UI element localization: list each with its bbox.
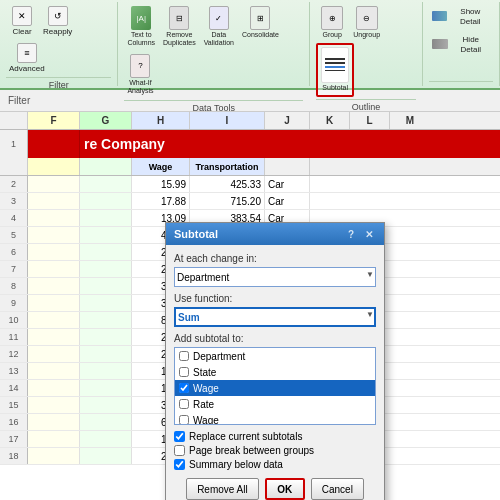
use-function-label: Use function: (174, 293, 376, 304)
checkbox-wage2[interactable] (179, 415, 189, 425)
dialog-titlebar-icons: ? ✕ (344, 227, 376, 241)
list-item-department[interactable]: Department (175, 348, 375, 364)
subtotal-button[interactable]: Subtotal (316, 43, 354, 96)
col-header-i: I (190, 112, 265, 129)
list-item-wage2[interactable]: Wage (175, 412, 375, 425)
row-num-header (0, 112, 28, 129)
checkbox-state[interactable] (179, 367, 189, 377)
reapply-button[interactable]: ↺ Reapply (40, 4, 75, 39)
dialog-buttons: Remove All OK Cancel (174, 478, 376, 500)
col-header-h: H (132, 112, 190, 129)
list-item-state[interactable]: State (175, 364, 375, 380)
page-break-row: Page break between groups (174, 445, 376, 456)
use-function-select-wrapper: Sum ▼ (174, 307, 376, 327)
clear-button[interactable]: ✕ Clear (6, 4, 38, 39)
ribbon-group-detail-label (429, 81, 493, 84)
page-break-label: Page break between groups (189, 445, 314, 456)
wage-header: Wage (132, 158, 190, 175)
list-item-rate[interactable]: Rate (175, 396, 375, 412)
each-change-select[interactable]: Department (174, 267, 376, 287)
company-row: 1 re Company (0, 130, 500, 158)
dialog-body: At each change in: Department ▼ Use func… (166, 245, 384, 500)
summary-below-checkbox[interactable] (174, 459, 185, 470)
page-break-checkbox[interactable] (174, 445, 185, 456)
col-header-k: K (310, 112, 350, 129)
checkbox-department[interactable] (179, 351, 189, 361)
dialog-close-icon[interactable]: ✕ (362, 227, 376, 241)
checkbox-rate[interactable] (179, 399, 189, 409)
col-header-m: M (390, 112, 430, 129)
col-header-f: F (28, 112, 80, 129)
ribbon: ✕ Clear ↺ Reapply ≡ Advanced Filter |A| … (0, 0, 500, 90)
show-detail-button[interactable]: Show Detail (429, 4, 493, 28)
each-change-label: At each change in: (174, 253, 376, 264)
dialog-help-icon[interactable]: ? (344, 227, 358, 241)
data-validation-button[interactable]: ✓ DataValidation (201, 4, 237, 50)
remove-duplicates-button[interactable]: ⊟ RemoveDuplicates (160, 4, 199, 50)
subtotal-list[interactable]: Department State Wage Rate Wage (174, 347, 376, 425)
text-to-columns-button[interactable]: |A| Text toColumns (124, 4, 158, 50)
ribbon-group-detail: Show Detail Hide Detail (423, 2, 500, 86)
ribbon-group-data-tools-label: Data Tools (124, 100, 303, 113)
replace-subtotals-row: Replace current subtotals (174, 431, 376, 442)
what-if-button[interactable]: ? What-IfAnalysis (124, 52, 156, 98)
hide-detail-button[interactable]: Hide Detail (429, 32, 493, 56)
ungroup-button[interactable]: ⊖ Ungroup (350, 4, 383, 41)
table-row: 2 15.99 425.33 Car (0, 176, 500, 193)
company-name: re Company (80, 130, 500, 158)
dialog-titlebar: Subtotal ? ✕ (166, 223, 384, 245)
subtotal-dialog: Subtotal ? ✕ At each change in: Departme… (165, 222, 385, 500)
advanced-button[interactable]: ≡ Advanced (6, 41, 48, 76)
ribbon-group-data-tools: |A| Text toColumns ⊟ RemoveDuplicates ✓ … (118, 2, 310, 86)
ribbon-group-outline-label: Outline (316, 99, 416, 112)
col-header-g: G (80, 112, 132, 129)
ribbon-group-filter-label: Filter (6, 77, 111, 90)
ribbon-group-filter: ✕ Clear ↺ Reapply ≡ Advanced Filter (0, 2, 118, 86)
replace-subtotals-label: Replace current subtotals (189, 431, 302, 442)
col-header-j: J (265, 112, 310, 129)
group-button[interactable]: ⊕ Group (316, 4, 348, 41)
filter-bar-label: Filter (8, 95, 30, 106)
checkbox-wage-selected[interactable] (179, 383, 189, 393)
transport-header: Transportation (190, 158, 265, 175)
summary-below-label: Summary below data (189, 459, 283, 470)
list-item-wage-selected[interactable]: Wage (175, 380, 375, 396)
data-header-row: Wage Transportation (0, 158, 500, 176)
mode-header (265, 158, 310, 175)
ribbon-group-outline: ⊕ Group ⊖ Ungroup Subtotal Outline (310, 2, 423, 86)
add-subtotal-label: Add subtotal to: (174, 333, 376, 344)
summary-below-row: Summary below data (174, 459, 376, 470)
table-row: 3 17.88 715.20 Car (0, 193, 500, 210)
dialog-title: Subtotal (174, 228, 218, 240)
remove-all-button[interactable]: Remove All (186, 478, 259, 500)
ok-button[interactable]: OK (265, 478, 305, 500)
cancel-button[interactable]: Cancel (311, 478, 364, 500)
consolidate-button[interactable]: ⊞ Consolidate (239, 4, 282, 41)
spreadsheet-area: F G H I J K L M 1 re Company Wage Transp… (0, 112, 500, 500)
replace-subtotals-checkbox[interactable] (174, 431, 185, 442)
each-change-select-wrapper: Department ▼ (174, 267, 376, 287)
use-function-select[interactable]: Sum (174, 307, 376, 327)
col-header-l: L (350, 112, 390, 129)
